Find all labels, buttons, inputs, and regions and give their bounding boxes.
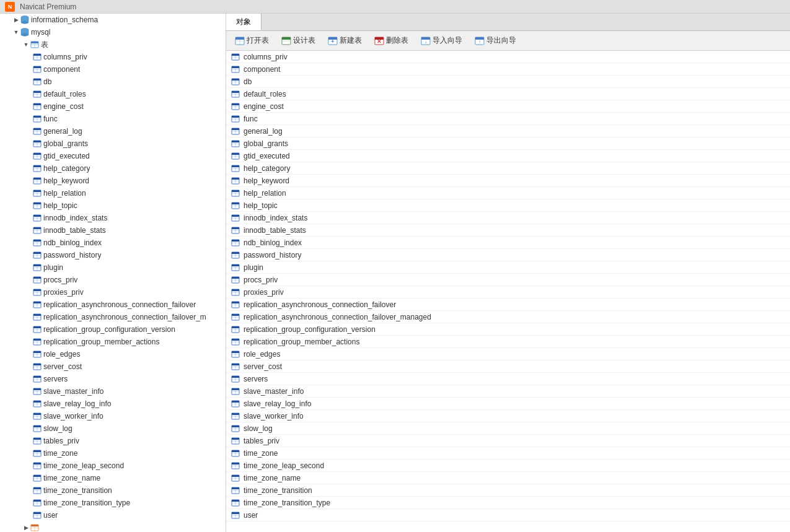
list-item-r_innodb_table_stats[interactable]: innodb_table_stats — [226, 224, 790, 237]
table-icon-servers — [32, 374, 42, 384]
tree-item-db[interactable]: db — [0, 76, 226, 88]
table-icon-time_zone_name — [32, 473, 42, 483]
table-icon-gtid_executed — [32, 151, 42, 161]
tree-item-func[interactable]: func — [0, 113, 226, 125]
list-item-r_slave_worker_info[interactable]: slave_worker_info — [226, 410, 790, 422]
tree-item-replication_asynchronous_connection_failover[interactable]: replication_asynchronous_connection_fail… — [0, 299, 226, 311]
list-item-r_user[interactable]: user — [226, 509, 790, 521]
list-item-r_procs_priv[interactable]: procs_priv — [226, 274, 790, 286]
list-item-r_help_topic[interactable]: help_topic — [226, 199, 790, 212]
tree-item-time_zone[interactable]: time_zone — [0, 447, 226, 460]
list-item-r_replication_asynchronous_connection_failover_managed[interactable]: replication_asynchronous_connection_fail… — [226, 311, 790, 323]
list-item-r_time_zone_transition[interactable]: time_zone_transition — [226, 484, 790, 497]
tree-item-replication_group_configuration_version[interactable]: replication_group_configuration_version — [0, 323, 226, 336]
tree-item-user[interactable]: user — [0, 509, 226, 521]
tree-item-tables_priv[interactable]: tables_priv — [0, 435, 226, 447]
list-item-r_help_relation[interactable]: help_relation — [226, 187, 790, 199]
tree-item-help_relation[interactable]: help_relation — [0, 187, 226, 199]
new-table-button[interactable]: + 新建表 — [323, 33, 367, 48]
list-item-r_component[interactable]: component — [226, 63, 790, 76]
list-item-r_general_log[interactable]: general_log — [226, 125, 790, 137]
table-icon-innodb_table_stats — [32, 225, 42, 235]
list-item-r_plugin[interactable]: plugin — [226, 261, 790, 274]
tree-label-procs_priv: procs_priv — [43, 276, 77, 284]
svg-rect-208 — [232, 128, 239, 130]
list-item-r_replication_asynchronous_connection_failover[interactable]: replication_asynchronous_connection_fail… — [226, 299, 790, 311]
list-item-r_role_edges[interactable]: role_edges — [226, 348, 790, 360]
list-item-r_time_zone_name[interactable]: time_zone_name — [226, 472, 790, 484]
tree-item-mysql[interactable]: ▼ mysql — [0, 26, 226, 38]
tree-item-ndb_binlog_index[interactable]: ndb_binlog_index — [0, 237, 226, 249]
list-item-r_global_grants[interactable]: global_grants — [226, 137, 790, 150]
list-item-r_ndb_binlog_index[interactable]: ndb_binlog_index — [226, 237, 790, 249]
tree-item-information-schema[interactable]: ▶ information_schema — [0, 14, 226, 26]
list-item-r_help_category[interactable]: help_category — [226, 162, 790, 175]
tree-item-proxies_priv[interactable]: proxies_priv — [0, 286, 226, 299]
tree-item-views-group[interactable]: ▶ — [0, 521, 226, 532]
tree-item-slave_relay_log_info[interactable]: slave_relay_log_info — [0, 398, 226, 410]
tree-item-plugin[interactable]: plugin — [0, 261, 226, 274]
tree-item-default_roles[interactable]: default_roles — [0, 88, 226, 100]
tree-item-innodb_table_stats[interactable]: innodb_table_stats — [0, 224, 226, 237]
list-item-r_password_history[interactable]: password_history — [226, 249, 790, 261]
table-icon-time_zone_leap_second — [32, 461, 42, 471]
list-item-r_func[interactable]: func — [226, 113, 790, 125]
tree-item-procs_priv[interactable]: procs_priv — [0, 274, 226, 286]
tree-item-tables-group[interactable]: ▼ 表 — [0, 38, 226, 51]
list-item-r_help_keyword[interactable]: help_keyword — [226, 175, 790, 187]
tree-item-help_category[interactable]: help_category — [0, 162, 226, 175]
list-item-r_db[interactable]: db — [226, 76, 790, 88]
tree-item-servers[interactable]: servers — [0, 373, 226, 385]
delete-table-button[interactable]: ✕ 删除表 — [369, 33, 413, 48]
list-item-r_time_zone_leap_second[interactable]: time_zone_leap_second — [226, 460, 790, 472]
tab-objects[interactable]: 对象 — [226, 14, 261, 30]
list-item-r_time_zone_transition_type[interactable]: time_zone_transition_type — [226, 497, 790, 509]
list-item-r_innodb_index_stats[interactable]: innodb_index_stats — [226, 212, 790, 224]
tree-item-component[interactable]: component — [0, 63, 226, 76]
tree-item-time_zone_leap_second[interactable]: time_zone_leap_second — [0, 460, 226, 472]
tree-item-password_history[interactable]: password_history — [0, 249, 226, 261]
tree-item-global_grants[interactable]: global_grants — [0, 137, 226, 150]
list-item-r_replication_group_member_actions[interactable]: replication_group_member_actions — [226, 336, 790, 348]
export-wizard-button[interactable]: ↑ 导出向导 — [470, 33, 521, 48]
list-item-r_default_roles[interactable]: default_roles — [226, 88, 790, 100]
list-item-r_tables_priv[interactable]: tables_priv — [226, 435, 790, 447]
list-item-r_slow_log[interactable]: slow_log — [226, 422, 790, 435]
list-item-r_servers[interactable]: servers — [226, 373, 790, 385]
list-item-r_engine_cost[interactable]: engine_cost — [226, 100, 790, 113]
tables-group-icon — [30, 40, 40, 50]
tree-item-slow_log[interactable]: slow_log — [0, 422, 226, 435]
tree-item-server_cost[interactable]: server_cost — [0, 360, 226, 373]
tree-item-slave_master_info[interactable]: slave_master_info — [0, 385, 226, 398]
tree-item-role_edges[interactable]: role_edges — [0, 348, 226, 360]
import-wizard-button[interactable]: ↓ 导入向导 — [416, 33, 467, 48]
list-item-r_replication_group_configuration_version[interactable]: replication_group_configuration_version — [226, 323, 790, 336]
new-table-label: 新建表 — [340, 35, 362, 46]
tree-item-innodb_index_stats[interactable]: innodb_index_stats — [0, 212, 226, 224]
tree-item-time_zone_transition[interactable]: time_zone_transition — [0, 484, 226, 497]
tree-item-help_keyword[interactable]: help_keyword — [0, 175, 226, 187]
list-item-r_time_zone[interactable]: time_zone — [226, 447, 790, 460]
tree-item-replication_asynchronous_connection_failover_m[interactable]: replication_asynchronous_connection_fail… — [0, 311, 226, 323]
list-item-r_slave_relay_log_info[interactable]: slave_relay_log_info — [226, 398, 790, 410]
tree-item-engine_cost[interactable]: engine_cost — [0, 100, 226, 113]
tree-item-time_zone_name[interactable]: time_zone_name — [0, 472, 226, 484]
tree-item-general_log[interactable]: general_log — [0, 125, 226, 137]
design-table-button[interactable]: 设计表 — [276, 33, 320, 48]
svg-rect-77 — [33, 264, 41, 266]
tree-item-slave_worker_info[interactable]: slave_worker_info — [0, 410, 226, 422]
open-table-button[interactable]: 打开表 — [230, 33, 274, 48]
tree-item-columns_priv[interactable]: columns_priv — [0, 51, 226, 63]
tree-item-time_zone_transition_type[interactable]: time_zone_transition_type — [0, 497, 226, 509]
table-icon-help_category — [32, 164, 42, 173]
tree-item-help_topic[interactable]: help_topic — [0, 199, 226, 212]
list-item-r_columns_priv[interactable]: columns_priv — [226, 51, 790, 63]
list-item-r_server_cost[interactable]: server_cost — [226, 360, 790, 373]
list-item-r_gtid_executed[interactable]: gtid_executed — [226, 150, 790, 162]
list-item-r_slave_master_info[interactable]: slave_master_info — [226, 385, 790, 398]
list-item-r_proxies_priv[interactable]: proxies_priv — [226, 286, 790, 299]
content-area[interactable]: columns_priv component db default_roles — [226, 51, 790, 532]
tree-container[interactable]: ▶ information_schema ▼ — [0, 14, 226, 532]
tree-item-gtid_executed[interactable]: gtid_executed — [0, 150, 226, 162]
tree-item-replication_group_member_actions[interactable]: replication_group_member_actions — [0, 336, 226, 348]
